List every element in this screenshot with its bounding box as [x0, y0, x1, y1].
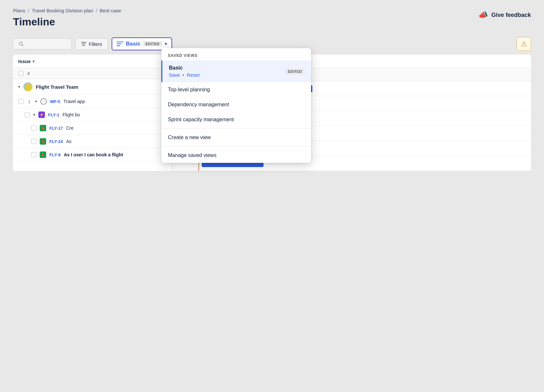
breadcrumb-sep-2: / [96, 8, 97, 13]
save-link[interactable]: Save [169, 72, 180, 78]
table-header: Issue ▾ [13, 55, 172, 68]
breadcrumb: Plans / Travel Booking Division plan / B… [13, 8, 531, 13]
dropdown-divider [161, 128, 311, 129]
breadcrumb-sep-1: / [28, 8, 29, 13]
chevron-down-icon: ▾ [165, 41, 167, 46]
row-checkbox[interactable] [18, 99, 23, 104]
issue-type-icon: 🔖 [40, 125, 46, 131]
saved-views-section-header: SAVED VIEWS [161, 48, 311, 60]
dropdown-item-dependency[interactable]: Dependency management [161, 97, 311, 112]
svg-line-1 [22, 45, 23, 46]
issue-title: As [66, 139, 71, 144]
dropdown-item-dependency-label: Dependency management [168, 102, 229, 108]
dropdown-item-basic[interactable]: Basic Save • Reset EDITED [161, 60, 311, 82]
issue-id-link[interactable]: FLY-24 [49, 139, 63, 144]
row-checkbox[interactable] [25, 112, 30, 117]
dropdown-item-toplevel-label: Top-level planning [168, 87, 210, 93]
hash-col-label: # [27, 71, 30, 76]
row-checkbox[interactable] [31, 139, 36, 144]
table-sub-header: # [13, 68, 172, 79]
reset-link[interactable]: Reset [187, 72, 199, 78]
warning-triangle-icon: ⚠ [521, 40, 527, 48]
dropdown-item-toplevel[interactable]: Top-level planning [161, 82, 311, 97]
table-row[interactable]: 1 ▾ ○ MP-5 Travel app [13, 95, 172, 108]
issue-type-icon: ⚡ [38, 111, 45, 118]
search-box[interactable] [13, 38, 72, 49]
megaphone-icon: 📣 [478, 10, 488, 20]
page-title: Timeline [13, 16, 531, 28]
create-view-label: Create a new view [168, 135, 211, 140]
give-feedback-button[interactable]: 📣 Give feedback [478, 10, 531, 20]
page-header: Plans / Travel Booking Division plan / B… [0, 0, 544, 33]
saved-views-dropdown: SAVED VIEWS Basic Save • Reset EDITED To… [161, 48, 311, 163]
table-row[interactable]: 🔖 FLY-17 Cre [13, 122, 172, 135]
select-all-checkbox[interactable] [18, 71, 23, 76]
row-checkbox[interactable] [31, 125, 36, 131]
expand-icon[interactable]: ▾ [35, 99, 37, 104]
dot-separator: • [183, 72, 184, 78]
dropdown-item-manage-views[interactable]: Manage saved views [161, 148, 311, 163]
edited-badge: EDITED [143, 41, 162, 46]
row-number: 1 [27, 99, 32, 104]
breadcrumb-scenario[interactable]: Best case [100, 8, 121, 13]
issue-type-icon: 🔖 [40, 151, 46, 158]
issue-title: Flight bo [62, 112, 80, 117]
view-name: Basic [126, 41, 141, 47]
dropdown-item-sprint-capacity[interactable]: Sprint capacity management [161, 112, 311, 127]
dropdown-item-create-view[interactable]: Create a new view [161, 130, 311, 145]
issue-col-chevron: ▾ [33, 59, 34, 64]
expand-icon[interactable]: ▾ [33, 112, 35, 117]
dropdown-divider-2 [161, 146, 311, 147]
row-checkbox[interactable] [31, 152, 36, 157]
table-row[interactable]: 🔖 FLY-24 As [13, 135, 172, 148]
search-icon [19, 41, 24, 46]
table-row[interactable]: ▾ ⚡ FLY-1 Flight bo [13, 108, 172, 122]
give-feedback-label: Give feedback [491, 12, 531, 19]
issue-type-icon: ○ [40, 98, 47, 105]
dropdown-item-basic-label: Basic [169, 65, 285, 71]
issue-id-link[interactable]: FLY-8 [49, 152, 61, 157]
issue-title: Cre [66, 125, 74, 131]
table-row[interactable]: ▾ ☀️ Flight Travel Team [13, 79, 172, 95]
issue-type-icon: 🔖 [40, 138, 46, 145]
dropdown-item-basic-actions: Save • Reset [169, 72, 285, 78]
team-avatar-icon: ☀️ [23, 82, 33, 91]
edited-badge-item: EDITED [285, 69, 305, 74]
breadcrumb-plans[interactable]: Plans [13, 8, 25, 13]
issue-title: As I user I can book a flight [64, 152, 123, 157]
issue-id-link[interactable]: FLY-17 [49, 126, 63, 131]
issue-id-link[interactable]: MP-5 [50, 99, 60, 104]
filters-button[interactable]: Filters [75, 38, 108, 50]
issue-id-link[interactable]: FLY-1 [48, 112, 59, 117]
view-icon [117, 41, 123, 46]
breadcrumb-division[interactable]: Travel Booking Division plan [32, 8, 93, 13]
issue-col-label: Issue [18, 59, 31, 64]
expand-team-icon[interactable]: ▾ [18, 85, 20, 89]
table-row[interactable]: 🔖 FLY-8 As I user I can book a flight [13, 148, 172, 162]
filters-label: Filters [89, 41, 102, 47]
table-area: Issue ▾ # ▾ ☀️ Flight Travel Team 1 ▾ ○ … [13, 55, 172, 171]
warning-badge[interactable]: ⚠ [517, 37, 531, 51]
manage-views-label: Manage saved views [168, 152, 216, 158]
dropdown-item-sprint-capacity-label: Sprint capacity management [168, 117, 234, 123]
issue-column-header[interactable]: Issue ▾ [18, 59, 34, 64]
filters-icon [81, 42, 86, 46]
issue-title: Travel app [63, 99, 85, 104]
team-name: Flight Travel Team [36, 84, 78, 90]
